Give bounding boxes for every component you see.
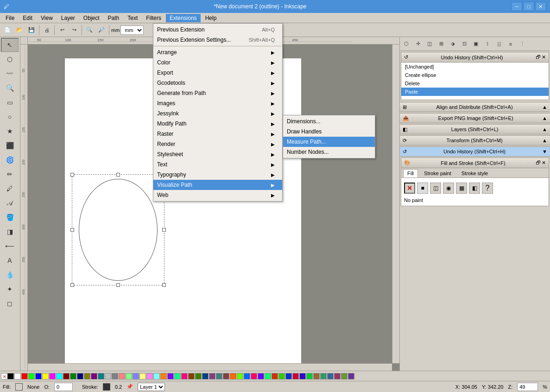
submenu-dimensions[interactable]: Dimensions... xyxy=(283,116,375,126)
snap-btn2[interactable]: ✛ xyxy=(412,38,424,50)
color-swatch-20[interactable] xyxy=(146,373,153,379)
color-swatch-27[interactable] xyxy=(195,373,202,379)
color-swatch-44[interactable] xyxy=(313,373,320,379)
color-swatch-21[interactable] xyxy=(153,373,160,379)
node-tool[interactable]: ⬡ xyxy=(1,52,19,66)
submenu-measure-path[interactable]: Measure Path... xyxy=(283,137,375,147)
history-item-create-ellipse[interactable]: Create ellipse xyxy=(401,71,549,79)
save-button[interactable]: 💾 xyxy=(26,25,37,36)
ext-stylesheet[interactable]: Stylesheet ▶ xyxy=(153,149,282,159)
snap-btn11[interactable]: ⋮ xyxy=(517,38,528,50)
menu-filters[interactable]: Filters xyxy=(142,14,165,22)
handle-ml[interactable] xyxy=(70,228,74,232)
ext-gcodetools[interactable]: Gcodetools ▶ xyxy=(153,78,282,88)
submenu-draw-handles[interactable]: Draw Handles xyxy=(283,126,375,137)
tab-fill[interactable]: Fill xyxy=(403,169,418,177)
handle-mr[interactable] xyxy=(162,228,166,232)
layer-select[interactable]: Layer 1 xyxy=(138,383,165,391)
color-swatch-14[interactable] xyxy=(105,373,111,379)
menu-path[interactable]: Path xyxy=(104,14,123,22)
zoom-tool[interactable]: 🔍 xyxy=(1,81,19,95)
menu-help[interactable]: Help xyxy=(202,14,221,22)
color-swatch-18[interactable] xyxy=(133,373,139,379)
color-swatch-13[interactable] xyxy=(98,373,104,379)
fill-color-box[interactable] xyxy=(15,383,23,391)
align-distribute-panel[interactable]: ⊞ Align and Distribute (Shift+Ctrl+A) ▲ xyxy=(400,102,550,112)
color-swatch-24[interactable] xyxy=(174,373,181,379)
tab-stroke-style[interactable]: Stroke style xyxy=(457,169,492,177)
spiral-tool[interactable]: 🌀 xyxy=(1,153,19,167)
ext-generate-from-path[interactable]: Generate from Path ▶ xyxy=(153,88,282,98)
pencil-tool[interactable]: ✏ xyxy=(1,167,19,181)
color-swatch-0[interactable] xyxy=(7,373,14,379)
menu-extensions[interactable]: Extensions xyxy=(166,14,201,22)
snap-btn10[interactable]: ≡ xyxy=(505,38,516,50)
menu-edit[interactable]: Edit xyxy=(19,14,36,22)
color-swatch-37[interactable] xyxy=(265,373,271,379)
panel-restore-btn[interactable]: 🗗 xyxy=(536,54,541,60)
undo-history-panel2[interactable]: ↺ Undo History (Shift+Ctrl+H) ▼ xyxy=(400,146,550,157)
menu-layer[interactable]: Layer xyxy=(57,14,79,22)
color-swatch-5[interactable] xyxy=(42,373,49,379)
color-swatch-10[interactable] xyxy=(77,373,83,379)
fill-stroke-close-btn[interactable]: ✕ xyxy=(542,160,546,166)
zoom-out-button[interactable]: 🔎 xyxy=(96,25,107,36)
swatch-btn[interactable]: ◧ xyxy=(469,183,480,194)
handle-bc[interactable] xyxy=(116,283,120,287)
handle-tc[interactable] xyxy=(116,173,120,177)
snap-btn4[interactable]: ⊞ xyxy=(436,38,447,50)
ext-prev-settings[interactable]: Previous Extension Settings... Shift+Alt… xyxy=(153,35,282,45)
ext-prev-extension[interactable]: Previous Extension Alt+Q xyxy=(153,25,282,35)
opacity-input[interactable] xyxy=(54,383,73,391)
snap-btn3[interactable]: ◫ xyxy=(424,38,435,50)
print-button[interactable]: 🖨 xyxy=(41,25,52,36)
panel-close-btn[interactable]: ✕ xyxy=(542,54,546,60)
fill-stroke-restore-btn[interactable]: 🗗 xyxy=(536,160,541,166)
unit-select[interactable]: mm px in xyxy=(120,25,144,35)
history-item-paste[interactable]: Paste xyxy=(401,88,549,96)
color-swatch-30[interactable] xyxy=(216,373,222,379)
transform-panel[interactable]: ⟳ Transform (Shift+Ctrl+M) ▲ xyxy=(400,135,550,145)
ext-modify-path[interactable]: Modify Path ▶ xyxy=(153,119,282,129)
undo-history-header[interactable]: ↺ Undo History (Shift+Ctrl+H) 🗗 ✕ xyxy=(401,52,549,63)
menu-view[interactable]: View xyxy=(37,14,57,22)
ext-arrange[interactable]: Arrange ▶ xyxy=(153,47,282,57)
connector-tool[interactable]: ⟵ xyxy=(1,239,19,253)
color-swatch-41[interactable] xyxy=(292,373,299,379)
export-png-panel[interactable]: 📤 Export PNG Image (Shift+Ctrl+E) ▲ xyxy=(400,113,550,123)
color-swatch-32[interactable] xyxy=(230,373,236,379)
select-tool[interactable]: ↖ xyxy=(1,38,19,52)
gradient-tool[interactable]: ◨ xyxy=(1,225,19,239)
color-swatch-8[interactable] xyxy=(63,373,70,379)
new-button[interactable]: 📄 xyxy=(2,25,13,36)
dropper-tool[interactable]: 💧 xyxy=(1,268,19,282)
zoom-input[interactable] xyxy=(517,383,538,391)
ext-images[interactable]: Images ▶ xyxy=(153,98,282,108)
bucket-tool[interactable]: 🪣 xyxy=(1,210,19,224)
color-swatch-19[interactable] xyxy=(139,373,146,379)
color-swatch-38[interactable] xyxy=(272,373,278,379)
color-swatch-49[interactable] xyxy=(348,373,354,379)
handle-br[interactable] xyxy=(162,283,166,287)
color-swatch-3[interactable] xyxy=(28,373,35,379)
color-swatch-43[interactable] xyxy=(306,373,313,379)
maximize-button[interactable]: □ xyxy=(523,2,534,11)
color-swatch-26[interactable] xyxy=(188,373,195,379)
radial-gradient-btn[interactable]: ◉ xyxy=(443,183,454,194)
linear-gradient-btn[interactable]: ◫ xyxy=(430,183,441,194)
redo-button[interactable]: ↪ xyxy=(69,25,80,36)
submenu-number-nodes[interactable]: Number Nodes... xyxy=(283,147,375,157)
undo-button[interactable]: ↩ xyxy=(57,25,68,36)
spray-tool[interactable]: ✦ xyxy=(1,282,19,296)
none-swatch[interactable]: ✕ xyxy=(1,373,7,379)
color-swatch-33[interactable] xyxy=(237,373,243,379)
color-swatch-12[interactable] xyxy=(91,373,97,379)
color-swatch-34[interactable] xyxy=(244,373,250,379)
minimize-button[interactable]: ─ xyxy=(511,2,522,11)
menu-file[interactable]: File xyxy=(2,14,18,22)
ext-web[interactable]: Web ▶ xyxy=(153,190,282,200)
color-swatch-9[interactable] xyxy=(70,373,76,379)
color-swatch-47[interactable] xyxy=(334,373,341,379)
color-swatch-35[interactable] xyxy=(251,373,257,379)
color-swatch-4[interactable] xyxy=(35,373,42,379)
